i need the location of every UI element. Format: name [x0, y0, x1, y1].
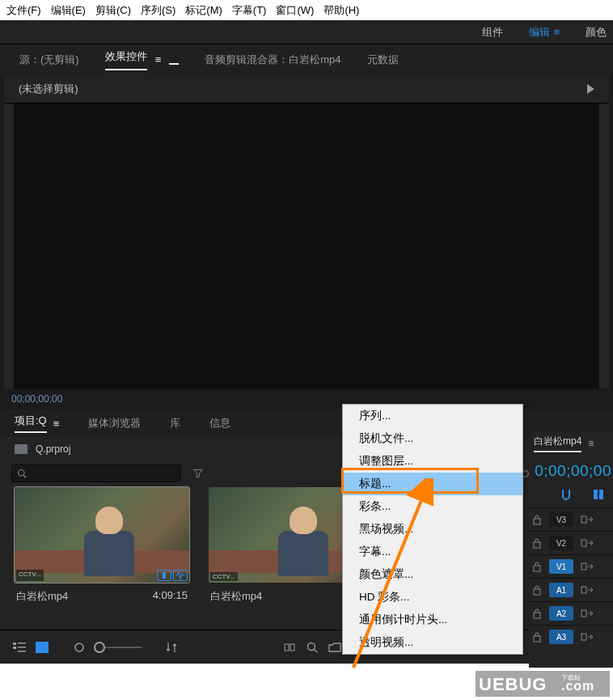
video-badge-icon	[157, 570, 171, 581]
svg-line-12	[315, 650, 317, 652]
workspace-edit[interactable]: 编辑 ≡	[529, 25, 560, 40]
timeline-timecode[interactable]: 0;00;00;00	[529, 456, 613, 485]
audio-badge-icon	[173, 570, 188, 581]
play-icon[interactable]	[587, 84, 594, 94]
zoom-slider-handle[interactable]	[71, 640, 87, 655]
menu-clip[interactable]: 剪辑(C)	[91, 2, 136, 19]
menu-bars[interactable]: 彩条...	[343, 495, 522, 518]
sync-icon[interactable]	[581, 537, 594, 549]
tab-project[interactable]: 项目:Q ≡	[15, 414, 59, 433]
menu-adjustment-layer[interactable]: 调整图层...	[343, 450, 522, 473]
svg-rect-28	[581, 587, 586, 593]
search-icon	[17, 469, 27, 478]
menu-window[interactable]: 窗口(W)	[271, 2, 319, 19]
menu-file[interactable]: 文件(F)	[2, 2, 46, 19]
source-panel: 源：(无剪辑) 效果控件 ≡ 音频剪辑混合器：白岩松mp4 元数据 (未选择剪辑…	[0, 45, 613, 409]
svg-rect-26	[581, 563, 586, 570]
menu-offline-file[interactable]: 脱机文件...	[343, 427, 522, 450]
tab-source[interactable]: 源：(无剪辑)	[18, 53, 81, 67]
effect-header: (未选择剪辑)	[4, 74, 609, 104]
lock-icon[interactable]	[532, 537, 542, 549]
menu-captions[interactable]: 字幕...	[343, 541, 522, 563]
tab-metadata[interactable]: 元数据	[366, 53, 400, 67]
svg-point-11	[308, 643, 315, 650]
track-a1[interactable]: A1	[529, 578, 613, 601]
sync-icon[interactable]	[581, 631, 594, 643]
menu-sequence[interactable]: 序列...	[343, 405, 522, 427]
hamburger-icon[interactable]: ≡	[553, 26, 560, 38]
snap-icon[interactable]	[560, 488, 573, 501]
lock-icon[interactable]	[532, 514, 542, 525]
clip-duration: 4:09:15	[153, 589, 188, 604]
track-a3[interactable]: A3	[529, 625, 613, 648]
svg-rect-20	[599, 490, 603, 499]
svg-text:.com: .com	[561, 679, 594, 693]
sort-icon[interactable]	[163, 640, 180, 655]
search-input[interactable]	[11, 465, 181, 482]
tab-media-browser[interactable]: 媒体浏览器	[88, 416, 141, 431]
effect-dark-area	[14, 104, 599, 389]
track-v3[interactable]: V3	[529, 507, 613, 531]
svg-rect-25	[534, 566, 540, 571]
clip-thumbnail[interactable]: CCTV...	[15, 487, 189, 583]
project-file-name: Q.prproj	[36, 443, 70, 455]
new-bin-icon[interactable]	[327, 640, 343, 655]
svg-rect-19	[594, 490, 598, 499]
svg-rect-6	[18, 651, 26, 652]
workspace-color[interactable]: 颜色	[586, 25, 607, 40]
lock-icon[interactable]	[532, 631, 542, 643]
sync-icon[interactable]	[581, 514, 594, 525]
sync-icon[interactable]	[581, 608, 594, 619]
svg-rect-32	[581, 634, 586, 640]
zoom-slider[interactable]	[94, 647, 142, 648]
lock-icon[interactable]	[532, 608, 542, 619]
panel-menu-icon[interactable]: ≡	[53, 418, 60, 430]
svg-rect-24	[581, 540, 586, 546]
svg-rect-31	[534, 636, 540, 642]
svg-line-1	[23, 475, 26, 477]
clip-name: 白岩松mp4	[16, 589, 68, 604]
menu-black-video[interactable]: 黑场视频...	[343, 518, 522, 541]
menu-transparent-video[interactable]: 透明视频...	[343, 631, 522, 654]
clip-name: 白岩松mp4	[210, 589, 262, 604]
menu-help[interactable]: 帮助(H)	[319, 2, 364, 19]
track-v2[interactable]: V2	[529, 531, 613, 554]
list-view-icon[interactable]	[11, 640, 27, 655]
sync-icon[interactable]	[581, 561, 594, 572]
menu-mark[interactable]: 标记(M)	[180, 2, 227, 19]
svg-rect-29	[534, 613, 540, 618]
tab-effects[interactable]: 效果控件 ≡	[104, 49, 181, 70]
workspace-assembly[interactable]: 组件	[482, 25, 503, 40]
menu-subtitle[interactable]: 字幕(T)	[227, 2, 272, 19]
icon-view-icon[interactable]	[34, 640, 50, 655]
lock-icon[interactable]	[532, 561, 542, 572]
tab-info[interactable]: 信息	[209, 416, 230, 431]
filter-icon[interactable]	[192, 469, 204, 478]
watermark-logo: UEBUG 下载站 .com	[476, 671, 610, 697]
sequence-tab[interactable]: 白岩松mp4	[534, 435, 581, 452]
track-a2[interactable]: A2	[529, 601, 613, 625]
sync-icon[interactable]	[581, 584, 594, 596]
svg-rect-4	[18, 643, 26, 644]
tab-libraries[interactable]: 库	[170, 416, 180, 431]
menu-sequence[interactable]: 序列(S)	[136, 2, 180, 19]
svg-point-0	[19, 470, 25, 477]
find-icon[interactable]	[304, 640, 320, 655]
menu-edit[interactable]: 编辑(E)	[46, 2, 91, 19]
track-v1[interactable]: V1	[529, 554, 613, 578]
tab-mixer[interactable]: 音频剪辑混合器：白岩松mp4	[203, 53, 342, 67]
svg-rect-21	[534, 519, 540, 524]
menu-title[interactable]: 标题...	[343, 473, 522, 495]
menu-hd-bars[interactable]: HD 彩条...	[343, 586, 522, 609]
menu-countdown[interactable]: 通用倒计时片头...	[343, 609, 522, 631]
svg-rect-10	[290, 644, 294, 651]
menu-color-matte[interactable]: 颜色遮罩...	[343, 563, 522, 586]
panel-menu-icon[interactable]: ≡	[155, 53, 162, 66]
lock-icon[interactable]	[532, 584, 542, 596]
svg-rect-22	[581, 516, 586, 523]
clip-item[interactable]: CCTV... 白岩松mp4 4:09:15	[15, 487, 189, 630]
panel-menu-icon[interactable]: ≡	[588, 438, 594, 449]
markers-icon[interactable]	[592, 488, 605, 501]
automate-icon[interactable]	[281, 640, 298, 655]
no-clip-label: (未选择剪辑)	[19, 82, 78, 96]
